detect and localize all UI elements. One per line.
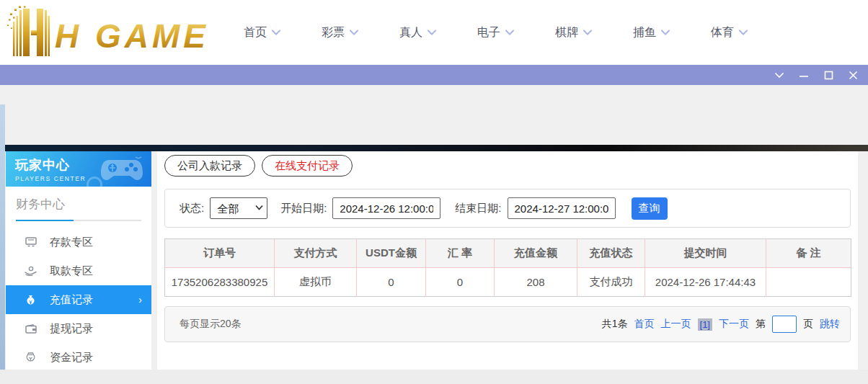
window-maximize-button[interactable] — [820, 68, 836, 82]
sidebar-item-fund-records[interactable]: 资金记录 — [6, 343, 151, 372]
records-panel: 公司入款记录 在线支付记录 状态: 全部 开始日期: 结束日期: 查询 订单号 … — [157, 151, 858, 370]
col-remark: 备 注 — [766, 239, 851, 268]
top-header: H GAME 首页 彩票 真人 电子 棋牌 捕鱼 体育 — [0, 0, 868, 65]
brand-logo[interactable]: H GAME — [7, 6, 209, 59]
pager-controls: 共1条 首页 上一页 [1] 下一页 第 页 跳转 — [602, 316, 840, 333]
sidebar-header: 玩家中心 PLAYERS CENTER — [6, 151, 151, 187]
close-icon — [849, 71, 858, 80]
sidebar-menu: 存款专区 取款专区 充值记录 › 提现记录 资金记录 — [6, 228, 151, 372]
nav-label: 彩票 — [322, 25, 345, 40]
finance-section-underline — [16, 220, 141, 221]
sidebar-item-label: 提现记录 — [50, 322, 93, 336]
col-recharge-status: 充值状态 — [577, 239, 645, 268]
sidebar-item-withdrawal-records[interactable]: 提现记录 — [6, 314, 151, 343]
nav-item-cards[interactable]: 棋牌 — [555, 25, 592, 40]
page-suffix-text: 页 — [803, 318, 813, 331]
col-order-number: 订单号 — [165, 239, 275, 268]
dark-divider-strip — [0, 145, 868, 151]
cell-recharge-status: 支付成功 — [577, 268, 645, 297]
tab-online-payment-records[interactable]: 在线支付记录 — [262, 155, 353, 177]
start-date-input[interactable] — [332, 197, 440, 219]
chevron-down-icon — [774, 72, 784, 79]
nav-label: 电子 — [477, 25, 500, 40]
end-date-input[interactable] — [508, 197, 616, 219]
search-button[interactable]: 查询 — [632, 197, 668, 220]
current-page-indicator: [1] — [698, 318, 712, 331]
end-date-label: 结束日期: — [455, 202, 501, 215]
sidebar-item-label: 资金记录 — [50, 351, 93, 365]
status-label: 状态: — [180, 202, 204, 215]
nav-label: 棋牌 — [555, 25, 578, 40]
status-select[interactable]: 全部 — [210, 197, 267, 219]
chevron-down-icon — [428, 30, 436, 35]
cell-usdt-amount: 0 — [357, 268, 426, 297]
finance-section-header: 财务中心 — [6, 187, 151, 221]
col-exchange-rate: 汇 率 — [426, 239, 495, 268]
chevron-down-icon — [350, 30, 358, 35]
col-usdt-amount: USDT金额 — [357, 239, 426, 268]
prev-page-link[interactable]: 上一页 — [661, 318, 691, 331]
footer-strip — [0, 370, 868, 384]
pagination-bar: 每页显示20条 共1条 首页 上一页 [1] 下一页 第 页 跳转 — [164, 306, 851, 342]
window-close-button[interactable] — [845, 68, 861, 82]
window-minimize-button[interactable] — [796, 68, 812, 82]
chevron-down-icon — [272, 30, 280, 35]
jump-link[interactable]: 跳转 — [820, 318, 840, 331]
sidebar-item-withdraw-zone[interactable]: 取款专区 — [6, 256, 151, 285]
status-select-wrap: 全部 — [210, 197, 267, 219]
nav-item-fishing[interactable]: 捕鱼 — [633, 25, 670, 40]
chevron-down-icon — [583, 30, 592, 35]
nav-label: 首页 — [244, 25, 267, 40]
wallet-icon — [25, 324, 37, 334]
nav-label: 捕鱼 — [633, 25, 656, 40]
finance-section-label: 财务中心 — [16, 196, 141, 213]
nav-item-slots[interactable]: 电子 — [477, 25, 514, 40]
cell-remark — [766, 268, 851, 297]
col-payment-method: 支付方式 — [275, 239, 357, 268]
start-date-label: 开始日期: — [280, 202, 327, 215]
filter-bar: 状态: 全部 开始日期: 结束日期: 查询 — [164, 189, 851, 228]
maximize-icon — [824, 71, 833, 80]
minimize-icon — [799, 71, 809, 79]
sidebar-item-label: 充值记录 — [50, 293, 93, 307]
window-titlebar — [0, 65, 868, 85]
nav-item-home[interactable]: 首页 — [244, 25, 280, 40]
chevron-down-icon — [661, 30, 670, 35]
chevron-down-icon — [739, 30, 748, 35]
tab-company-deposit-records[interactable]: 公司入款记录 — [164, 155, 255, 177]
cell-order-number: 1735206283380925 — [165, 268, 275, 297]
sidebar-item-label: 存款专区 — [50, 236, 93, 249]
main-nav: 首页 彩票 真人 电子 棋牌 捕鱼 体育 — [244, 25, 748, 40]
col-recharge-amount: 充值金额 — [495, 239, 577, 268]
cell-submit-time: 2024-12-26 17:44:43 — [645, 268, 766, 297]
col-submit-time: 提交时间 — [645, 239, 766, 268]
nav-label: 真人 — [399, 25, 422, 40]
nav-label: 体育 — [711, 25, 734, 40]
sidebar-item-recharge-records[interactable]: 充值记录 › — [6, 285, 151, 314]
sidebar-item-label: 取款专区 — [50, 264, 93, 278]
cell-exchange-rate: 0 — [426, 268, 495, 297]
logo-text: H GAME — [55, 17, 209, 55]
next-page-link[interactable]: 下一页 — [719, 318, 749, 331]
first-page-link[interactable]: 首页 — [634, 318, 655, 331]
cell-payment-method: 虚拟币 — [275, 268, 357, 297]
table-row: 1735206283380925 虚拟币 0 0 208 支付成功 2024-1… — [165, 268, 851, 297]
left-edge-decoration — [0, 104, 5, 370]
moneybag-icon — [25, 295, 37, 305]
logo-mark-icon — [7, 6, 50, 56]
purse-icon — [25, 352, 37, 362]
records-table: 订单号 支付方式 USDT金额 汇 率 充值金额 充值状态 提交时间 备 注 1… — [164, 238, 851, 297]
nav-item-lottery[interactable]: 彩票 — [322, 25, 358, 40]
window-collapse-button[interactable] — [771, 68, 787, 82]
nav-item-sports[interactable]: 体育 — [711, 25, 748, 40]
deposit-card-icon — [25, 237, 37, 247]
page-number-input[interactable] — [772, 316, 797, 333]
nav-item-live[interactable]: 真人 — [399, 25, 436, 40]
player-center-sidebar: 玩家中心 PLAYERS CENTER 财务中心 存款专区 取款专区 — [6, 151, 151, 370]
table-header-row: 订单号 支付方式 USDT金额 汇 率 充值金额 充值状态 提交时间 备 注 — [165, 239, 851, 268]
chevron-right-icon: › — [138, 294, 142, 305]
cell-recharge-amount: 208 — [495, 268, 577, 297]
per-page-text: 每页显示20条 — [180, 318, 242, 331]
page-prefix-text: 第 — [756, 318, 766, 331]
sidebar-item-deposit-zone[interactable]: 存款专区 — [6, 228, 151, 256]
